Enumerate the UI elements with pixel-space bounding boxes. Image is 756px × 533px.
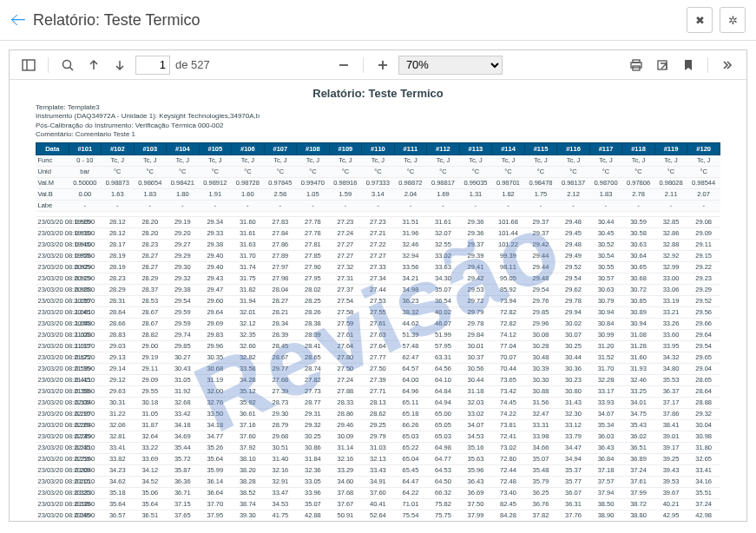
pdf-page-content: Revisão Relatório: Teste Termico Templat… [10,80,746,521]
prev-page-icon[interactable] [83,55,104,76]
meta-postcal: Pós-Calibração do Instrumento: Verificaç… [36,122,720,130]
column-header: #114 [492,142,525,155]
column-header: #109 [329,142,362,155]
bookmark-icon[interactable] [678,55,699,76]
table-row: 23/03/20 08:20:050.929028.1928.2729.3029… [36,261,720,273]
table-row: 23/03/20 08:20:551.048028.6628.6729.5929… [36,318,720,329]
table-row: 23/03/20 08:21:550.386029.6329.5531.9232… [36,385,720,397]
zoom-out-icon[interactable] [333,55,354,76]
column-header: #110 [362,142,395,155]
sidebar-toggle-icon[interactable] [18,55,39,76]
page-number-input[interactable] [135,56,170,75]
meta-instrument: Instrumento (DAQ34972A - Unidade 1): Key… [36,112,720,121]
print-icon[interactable] [626,55,647,76]
pdf-page-viewport[interactable]: Revisão Relatório: Teste Termico Templat… [10,80,746,521]
pdf-viewer: de 527 70% [9,49,747,522]
more-tools-icon[interactable] [717,55,738,76]
table-row: 23/03/20 08:22:450.231033.4133.2235.4435… [36,442,720,453]
column-header: #107 [264,142,297,155]
page-title: Relatório: Teste Termico [33,11,200,30]
back-arrow[interactable]: 🡠 [10,11,26,30]
column-header: #106 [232,142,265,155]
close-button[interactable]: ✖ [687,7,713,33]
open-external-icon[interactable] [652,55,673,76]
table-header-row: Val.M0.500000.988730.986540.984210.98912… [36,177,720,188]
next-page-icon[interactable] [109,55,130,76]
table-row: 23/03/20 08:23:450.399036.5736.5137.6537… [36,510,720,521]
table-row: 23/03/20 08:23:050.204034.2334.1235.8735… [36,464,720,476]
table-row: 23/03/20 08:20:250.988028.2928.3729.3829… [36,284,720,295]
settings-button[interactable]: ✲ [720,7,746,33]
meta-comment: Comentário: Comentario Teste 1 [36,130,720,139]
column-header: #102 [102,142,135,155]
table-row: 23/03/20 08:22:250.264032.0631.8734.1834… [36,419,720,431]
table-header-row: Func0 - 10Tc, JTc, JTc, JTc, JTc, JTc, J… [36,155,720,166]
table-row: 23/03/20 08:22:350.249032.8132.6434.6934… [36,431,720,442]
table-row: 23/03/20 08:23:250.333035.1835.0636.7136… [36,487,720,498]
table-header-row: Unidbar°C°C°C°C°C°C°C°C°C°C°C°C°C°C°C°C°… [36,166,720,177]
column-header: #108 [297,142,330,155]
table-row: 23/03/20 08:21:151.017029.0329.0029.8529… [36,340,720,352]
table-row: 23/03/20 08:19:250.909028.1228.2029.1929… [36,216,720,227]
table-header-row: Labe-------------------- [36,200,720,211]
pdf-toolbar: de 527 70% [10,50,746,80]
table-row: 23/03/20 08:22:150.297031.2231.0533.4233… [36,408,720,419]
column-header: #112 [427,142,460,155]
table-header-row: Val.B0.001.631.831.801.911.602.581.051.5… [36,188,720,200]
table-row: 23/03/20 08:20:451.061028.6428.6729.5929… [36,306,720,318]
table-row: 23/03/20 08:23:150.201034.6234.5236.3636… [36,476,720,487]
column-header: #120 [687,142,720,155]
app-header: 🡠 Relatório: Teste Termico ✖ ✲ [0,0,756,41]
column-header: #119 [654,142,687,155]
data-table: Data#101#102#103#104#105#106#107#108#109… [36,142,720,521]
table-row: 23/03/20 08:21:250.872029.1329.1930.2730… [36,352,720,363]
column-header: #111 [394,142,427,155]
table-row: 23/03/20 08:22:550.216033.8233.6935.7235… [36,453,720,464]
pdf-viewer-area: de 527 70% [0,41,756,530]
report-title: Relatório: Teste Termico [36,87,720,100]
column-header: #103 [134,142,167,155]
table-row: 23/03/20 08:19:550.926028.1928.2729.2929… [36,250,720,261]
column-header: #118 [622,142,655,155]
table-row: 23/03/20 08:19:450.910028.1728.2329.2729… [36,239,720,250]
table-row: 23/03/20 08:21:350.599029.1429.1130.4330… [36,363,720,374]
zoom-select[interactable]: 70% [398,56,503,75]
svg-line-3 [70,67,74,70]
column-header: #116 [557,142,590,155]
column-header: #115 [524,142,557,155]
table-row: 23/03/20 08:20:351.057028.3128.5329.5429… [36,295,720,306]
meta-template: Template: Template3 [36,103,720,112]
table-row: 23/03/20 08:22:050.334030.3130.1832.6832… [36,397,720,408]
svg-point-2 [63,60,71,68]
table-row: 23/03/20 08:19:350.910028.1228.2029.2029… [36,227,720,239]
column-header: #117 [589,142,622,155]
column-header: #113 [459,142,492,155]
svg-rect-0 [23,60,35,70]
page-total-label: de 527 [175,58,210,71]
column-header: #101 [69,142,102,155]
column-header: #105 [199,142,232,155]
table-row: 23/03/20 08:21:450.411029.1229.0931.0531… [36,374,720,385]
search-icon[interactable] [57,55,78,76]
column-header: #104 [167,142,200,155]
column-header: Data [36,142,69,155]
table-row: 23/03/20 08:20:150.929028.2328.2929.3229… [36,273,720,284]
zoom-in-icon[interactable] [372,55,393,76]
table-row: 23/03/20 08:21:051.028028.8328.8229.7429… [36,329,720,340]
table-row: 23/03/20 08:23:350.326035.6435.6437.1537… [36,498,720,510]
